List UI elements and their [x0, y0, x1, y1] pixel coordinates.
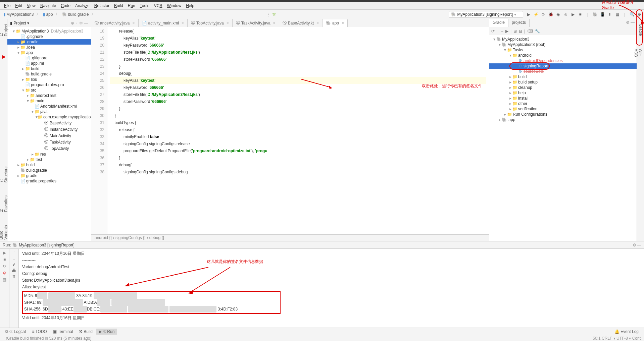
crumb-file[interactable]: 🐘 build.gradle	[61, 11, 90, 17]
tree-node[interactable]: ⒸTopActivity	[7, 145, 91, 152]
logcat-tab[interactable]: ⧉ 6: Logcat	[3, 329, 29, 335]
tree-node[interactable]: ▾📁app	[7, 50, 91, 55]
todo-tab[interactable]: ≡ TODO	[29, 329, 50, 335]
stop-button[interactable]: ■	[578, 12, 583, 17]
tree-node[interactable]: ⒸMainActivity	[7, 132, 91, 139]
editor-body[interactable]: 1819202122232425262728293031323334353637…	[91, 27, 489, 234]
tree-node[interactable]: ▸📁.gradle	[7, 39, 91, 45]
project-view-selector[interactable]: ▮ Project ▾	[10, 21, 29, 25]
tree-node[interactable]: ▾📁MyApplication3D:\MyApplication3	[7, 29, 91, 34]
rail-gradle[interactable]: Gradle	[638, 22, 643, 37]
gradle-run-button[interactable]: ▶	[505, 29, 508, 34]
gradle-node[interactable]: ▸📁help	[489, 90, 637, 96]
menu-help[interactable]: Help	[184, 3, 196, 9]
tree-node[interactable]: ▸📁build	[7, 66, 91, 71]
print-button[interactable]: 🖶	[12, 268, 16, 273]
gradle-node[interactable]: ▾📁Tasks	[489, 47, 637, 53]
menu-refactor[interactable]: Refactor	[92, 3, 111, 9]
rail-structure[interactable]: 7: Structure	[0, 165, 8, 184]
tree-node[interactable]: ▾📁java	[7, 109, 91, 114]
editor-tab[interactable]: ⓀBaseActivity.kt×	[279, 19, 323, 27]
rerun-button[interactable]: ▶	[2, 250, 7, 255]
sync-gradle-button[interactable]: 🐘	[592, 12, 598, 17]
attach-button[interactable]: ⎋	[563, 12, 568, 17]
editor-tab[interactable]: ⒸTaskActivity.java×	[233, 19, 279, 27]
exit-button[interactable]: ⊘	[2, 270, 7, 276]
editor-tab[interactable]: 🐘app×	[323, 19, 348, 27]
menu-build[interactable]: Build	[112, 3, 125, 9]
gradle-refresh-button[interactable]: ⟳	[491, 29, 495, 34]
gradle-collapse-button[interactable]: ⊟	[519, 29, 522, 34]
run-config-selector[interactable]: 🐘MyApplication3 [signingReport]▾	[449, 11, 523, 18]
editor-tab[interactable]: ⒸTopActivity.java×	[188, 19, 233, 27]
tree-node[interactable]: 📄.gitignore	[7, 55, 91, 61]
tree-node[interactable]: ▸📁gradle	[7, 173, 91, 178]
editor-breadcrumb[interactable]: android {} › signingConfigs {} › debug {…	[91, 234, 489, 241]
menu-tools[interactable]: Tools	[138, 3, 151, 9]
avd-manager-button[interactable]: 📱	[600, 12, 605, 17]
build-tab[interactable]: ⚒ Build	[76, 329, 95, 335]
gradle-node[interactable]: ▸📁Run Configurations	[489, 112, 637, 117]
run-button[interactable]: ▶	[526, 12, 531, 17]
rail-build-variants[interactable]: Build Variants	[0, 223, 8, 241]
event-log-button[interactable]: 🔔 Event Log	[612, 329, 641, 335]
settings-button[interactable]: ⚙	[637, 12, 642, 17]
gradle-plus-button[interactable]: +	[497, 29, 499, 34]
gradle-node[interactable]: ▸📁other	[489, 101, 637, 106]
tree-node[interactable]: 🐘build.gradle	[7, 71, 91, 77]
gradle-node[interactable]: ⚙androidDependencies	[489, 58, 637, 63]
tree-node[interactable]: ▸📁test	[7, 157, 91, 162]
apply-code-button[interactable]: ⟳	[541, 12, 546, 17]
menu-code[interactable]: Code	[59, 3, 72, 9]
tree-node[interactable]: 🐘build.gradle	[7, 168, 91, 173]
profiler-button[interactable]: ◉	[555, 12, 561, 17]
down-button[interactable]: ↓	[13, 256, 15, 261]
menu-run[interactable]: Run	[126, 3, 137, 9]
gradle-offline-button[interactable]: ⌫	[527, 29, 533, 34]
tree-node[interactable]: 📄app.iml	[7, 61, 91, 66]
tree-node[interactable]: 📄AndroidManifest.xml	[7, 104, 91, 109]
menu-window[interactable]: Window	[165, 3, 183, 9]
up-button[interactable]: ↑	[13, 250, 15, 255]
gradle-node[interactable]: ▸🐘:app	[489, 117, 637, 122]
gradle-node[interactable]: ▸📁install	[489, 96, 637, 101]
tree-node[interactable]: ⓀBaseActivity	[7, 120, 91, 126]
tree-node[interactable]: ▸📁build	[7, 162, 91, 168]
menu-file[interactable]: File	[2, 3, 12, 9]
gradle-node[interactable]: ▾📁android	[489, 53, 637, 58]
restart-button[interactable]: ⟳	[2, 264, 7, 269]
gradle-signing-report[interactable]: ⚙signingReport	[489, 63, 637, 69]
menu-vcs[interactable]: VCS	[152, 3, 164, 9]
project-tree[interactable]: ▾📁MyApplication3D:\MyApplication3📄.gitig…	[7, 27, 91, 241]
search-button[interactable]: 🔍	[629, 12, 635, 17]
editor-tab[interactable]: ⒸanceActivity.java×	[91, 19, 139, 27]
build-icon[interactable]: ⚒	[272, 12, 276, 17]
gradle-node[interactable]: ▸📁cleanup	[489, 85, 637, 90]
sdk-manager-button[interactable]: ⬇	[607, 12, 612, 17]
gradle-gear-icon[interactable]: ⚙ —	[624, 19, 637, 27]
terminal-tab[interactable]: ▣ Terminal	[50, 329, 76, 335]
gradle-expand-button[interactable]: ⊞	[513, 29, 517, 34]
console[interactable]: Valid until: 2044年10月16日 星期日 ---------- …	[19, 249, 644, 328]
menu-edit[interactable]: Edit	[13, 3, 24, 9]
gradle-wrench-icon[interactable]: 🔧	[535, 29, 540, 34]
tree-node[interactable]: ▾📁main	[7, 98, 91, 104]
code-content[interactable]: release{ keyAlias 'keytest' keyPassword …	[107, 27, 489, 234]
tree-node[interactable]: ⒸTaskActivity	[7, 139, 91, 145]
layout-button[interactable]: ▦	[2, 277, 7, 282]
tree-node[interactable]: 📄proguard-rules.pro	[7, 82, 91, 88]
gradle-minus-button[interactable]: −	[501, 29, 503, 34]
rail-project[interactable]: 1: Project	[0, 22, 8, 38]
stop-run-button[interactable]: ■	[2, 257, 7, 262]
tree-node[interactable]: 📄gradle.properties	[7, 178, 91, 184]
gradle-node[interactable]: ▸📁build setup	[489, 79, 637, 85]
tree-node[interactable]: ▸📁androidTest	[7, 93, 91, 98]
rail-favorites[interactable]: 2: Favorites	[0, 194, 8, 213]
tree-node[interactable]: ▸📁res	[7, 152, 91, 157]
apply-changes-button[interactable]: ⚡	[533, 12, 539, 17]
tree-node[interactable]: ⒸInstanceActivity	[7, 126, 91, 132]
gradle-tree[interactable]: ▾🐘MyApplication3▾🐘MyApplication3 (root)▾…	[489, 35, 637, 241]
gradle-node[interactable]: ⚙sourceSets	[489, 69, 637, 74]
gradle-tab[interactable]: Gradle	[489, 19, 508, 27]
tree-node[interactable]: ▸📁.idea	[7, 45, 91, 50]
